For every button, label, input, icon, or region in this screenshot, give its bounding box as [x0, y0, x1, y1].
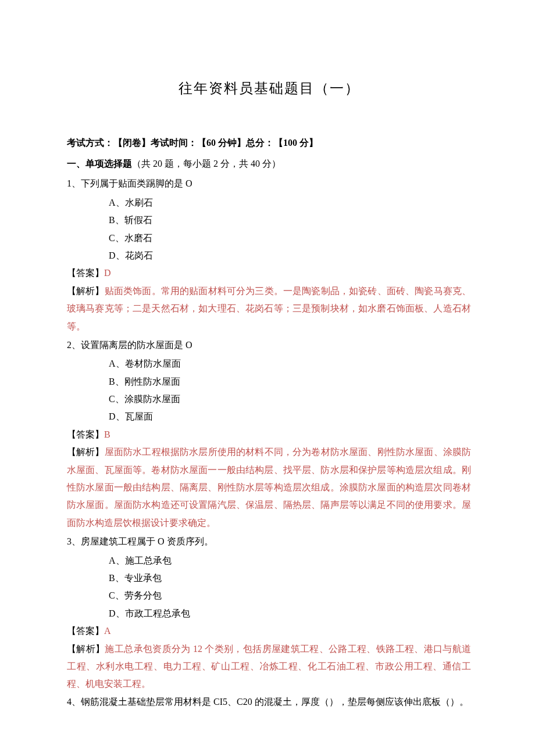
answer-value: A	[104, 626, 111, 636]
section-header: 一、单项选择题（共 20 题，每小题 2 分，共 40 分）	[67, 155, 471, 173]
question-3-option-b: B、专业承包	[67, 569, 471, 587]
question-3-option-a: A、施工总承包	[67, 552, 471, 569]
question-2-option-c: C、涂膜防水屋面	[67, 390, 471, 408]
document-page: 往年资料员基础题目（一） 考试方式：【闭卷】考试时间：【60 分钟】总分：【10…	[0, 0, 535, 746]
question-1-answer: 【答案】D	[67, 264, 471, 282]
explanation-label: 【解析】	[67, 286, 105, 296]
question-3-answer: 【答案】A	[67, 622, 471, 640]
question-2-option-b: B、刚性防水屋面	[67, 373, 471, 390]
question-1-text: 1、下列属于贴面类踢脚的是 O	[67, 175, 471, 192]
question-2-text: 2、设置隔离层的防水屋面是 O	[67, 336, 471, 354]
answer-label: 【答案】	[67, 268, 104, 278]
document-title: 往年资料员基础题目（一）	[67, 76, 471, 102]
question-2-option-d: D、瓦屋面	[67, 408, 471, 425]
question-3-option-d: D、市政工程总承包	[67, 605, 471, 622]
answer-value: D	[104, 268, 111, 278]
answer-value: B	[104, 429, 110, 439]
question-2-explanation: 【解析】屋面防水工程根据防水层所使用的材料不同，分为卷材防水屋面、刚性防水屋面、…	[67, 443, 471, 532]
question-2-option-a: A、卷材防水屋面	[67, 355, 471, 372]
question-1-explanation: 【解析】贴面类饰面。常用的贴面材料可分为三类。一是陶瓷制品，如瓷砖、面砖、陶瓷马…	[67, 282, 471, 335]
explanation-text: 施工总承包资质分为 12 个类别，包括房屋建筑工程、公路工程、铁路工程、港口与航…	[67, 644, 471, 689]
answer-label: 【答案】	[67, 626, 104, 636]
question-1-option-a: A、水刷石	[67, 194, 471, 212]
explanation-label: 【解析】	[67, 644, 105, 654]
question-3-option-c: C、劳务分包	[67, 587, 471, 604]
answer-label: 【答案】	[67, 429, 104, 439]
explanation-text: 屋面防水工程根据防水层所使用的材料不同，分为卷材防水屋面、刚性防水屋面、涂膜防水…	[67, 447, 471, 528]
section-label-bold: 一、单项选择题	[67, 159, 132, 169]
explanation-text: 贴面类饰面。常用的贴面材料可分为三类。一是陶瓷制品，如瓷砖、面砖、陶瓷马赛克、玻…	[67, 286, 471, 331]
explanation-label: 【解析】	[67, 447, 105, 457]
question-4-text: 4、钢筋混凝土基础垫层常用材料是 CI5、C20 的混凝土，厚度（），垫层每侧应…	[67, 693, 471, 711]
question-1-option-c: C、水磨石	[67, 230, 471, 247]
question-3-text: 3、房屋建筑工程属于 O 资质序列。	[67, 533, 471, 550]
section-label-rest: （共 20 题，每小题 2 分，共 40 分）	[132, 159, 281, 169]
question-3-explanation: 【解析】施工总承包资质分为 12 个类别，包括房屋建筑工程、公路工程、铁路工程、…	[67, 640, 471, 693]
exam-info: 考试方式：【闭卷】考试时间：【60 分钟】总分：【100 分】	[67, 134, 471, 152]
question-1-option-b: B、斩假石	[67, 212, 471, 229]
question-2-answer: 【答案】B	[67, 426, 471, 443]
question-1-option-d: D、花岗石	[67, 247, 471, 264]
